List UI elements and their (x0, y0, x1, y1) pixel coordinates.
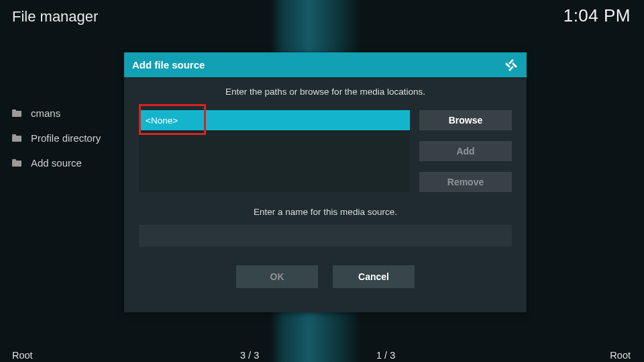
footer-count-right: 1 / 3 (376, 350, 395, 361)
footer-left-root: Root (12, 350, 33, 361)
folder-icon (12, 109, 21, 117)
folder-icon (12, 159, 21, 167)
path-instruction: Enter the paths or browse for the media … (139, 87, 512, 97)
remove-button[interactable]: Remove (419, 172, 512, 192)
dialog-actions: OK Cancel (139, 265, 512, 288)
add-button[interactable]: Add (419, 141, 512, 161)
footer-right-root: Root (610, 350, 631, 361)
sidebar-item-profile-directory[interactable]: Profile directory (12, 132, 101, 144)
sidebar-item-label: Add source (31, 157, 82, 169)
paths-row: <None> Browse Add Remove (139, 110, 512, 192)
dialog-body: Enter the paths or browse for the media … (124, 77, 527, 312)
page-title: File manager (12, 8, 98, 26)
sidebar-item-add-source[interactable]: Add source (12, 157, 101, 169)
kodi-logo-icon (504, 58, 519, 73)
sidebar-item-cmans[interactable]: cmans (12, 107, 101, 119)
dialog-title: Add file source (132, 59, 205, 71)
add-file-source-dialog: Add file source Enter the paths or brows… (124, 52, 527, 312)
folder-icon (12, 134, 21, 142)
browse-button[interactable]: Browse (419, 110, 512, 130)
clock: 1:04 PM (564, 5, 631, 26)
sidebar: cmans Profile directory Add source (12, 107, 101, 169)
path-item-label: <None> (146, 116, 178, 126)
cancel-button[interactable]: Cancel (333, 265, 415, 288)
path-buttons: Browse Add Remove (419, 110, 512, 192)
ok-button[interactable]: OK (236, 265, 318, 288)
footer-count-left: 3 / 3 (240, 350, 259, 361)
paths-list[interactable]: <None> (139, 110, 410, 192)
sidebar-item-label: cmans (31, 107, 60, 119)
name-instruction: Enter a name for this media source. (139, 207, 512, 217)
sidebar-item-label: Profile directory (31, 132, 101, 144)
path-item-none[interactable]: <None> (139, 110, 410, 130)
dialog-header: Add file source (124, 52, 527, 77)
media-source-name-input[interactable] (139, 225, 512, 246)
